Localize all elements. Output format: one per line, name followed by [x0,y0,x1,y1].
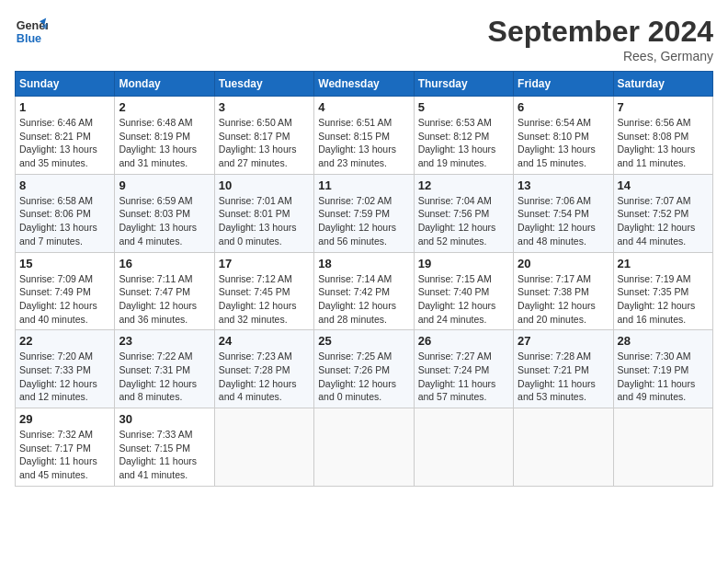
calendar-week-row: 15 Sunrise: 7:09 AM Sunset: 7:49 PM Dayl… [16,252,713,330]
table-row [414,408,513,487]
col-thursday: Thursday [414,72,513,97]
table-row: 27 Sunrise: 7:28 AM Sunset: 7:21 PM Dayl… [514,330,613,408]
table-row: 13 Sunrise: 7:06 AM Sunset: 7:54 PM Dayl… [514,174,613,252]
table-row: 24 Sunrise: 7:23 AM Sunset: 7:28 PM Dayl… [214,330,313,408]
table-row: 3 Sunrise: 6:50 AM Sunset: 8:17 PM Dayli… [214,97,313,175]
day-number: 1 [19,100,110,114]
table-row [214,408,313,487]
day-number: 28 [618,334,709,348]
table-row: 7 Sunrise: 6:56 AM Sunset: 8:08 PM Dayli… [613,97,712,175]
day-number: 15 [19,257,110,270]
day-number: 3 [219,100,310,114]
page-header: General Blue September 2024 Rees, German… [15,15,713,63]
table-row: 6 Sunrise: 6:54 AM Sunset: 8:10 PM Dayli… [514,97,613,175]
month-title: September 2024 [488,15,713,49]
col-wednesday: Wednesday [314,72,414,97]
table-row [613,408,712,487]
day-info: Sunrise: 7:07 AM Sunset: 7:52 PM Dayligh… [618,194,709,248]
day-number: 7 [618,100,709,114]
day-info: Sunrise: 6:54 AM Sunset: 8:10 PM Dayligh… [518,116,609,170]
day-info: Sunrise: 7:20 AM Sunset: 7:33 PM Dayligh… [19,350,110,404]
day-number: 26 [418,334,509,348]
day-info: Sunrise: 6:51 AM Sunset: 8:15 PM Dayligh… [318,116,409,170]
day-info: Sunrise: 6:59 AM Sunset: 8:03 PM Dayligh… [119,194,210,248]
table-row: 22 Sunrise: 7:20 AM Sunset: 7:33 PM Dayl… [16,330,115,408]
day-number: 18 [318,257,409,270]
day-number: 5 [418,100,509,114]
table-row: 1 Sunrise: 6:46 AM Sunset: 8:21 PM Dayli… [16,97,115,175]
calendar-week-row: 22 Sunrise: 7:20 AM Sunset: 7:33 PM Dayl… [16,330,713,408]
table-row: 14 Sunrise: 7:07 AM Sunset: 7:52 PM Dayl… [613,174,712,252]
col-friday: Friday [514,72,613,97]
day-info: Sunrise: 7:22 AM Sunset: 7:31 PM Dayligh… [119,350,210,404]
table-row: 17 Sunrise: 7:12 AM Sunset: 7:45 PM Dayl… [214,252,313,330]
day-number: 22 [19,334,110,348]
table-row [314,408,414,487]
col-tuesday: Tuesday [214,72,313,97]
table-row: 30 Sunrise: 7:33 AM Sunset: 7:15 PM Dayl… [115,408,214,487]
day-info: Sunrise: 7:14 AM Sunset: 7:42 PM Dayligh… [318,272,409,327]
day-info: Sunrise: 7:12 AM Sunset: 7:45 PM Dayligh… [219,272,310,327]
day-number: 9 [119,178,210,192]
day-number: 2 [119,100,210,114]
table-row: 20 Sunrise: 7:17 AM Sunset: 7:38 PM Dayl… [514,252,613,330]
day-info: Sunrise: 7:06 AM Sunset: 7:54 PM Dayligh… [518,194,609,248]
title-block: September 2024 Rees, Germany [488,15,713,63]
day-info: Sunrise: 6:46 AM Sunset: 8:21 PM Dayligh… [19,116,110,170]
table-row: 5 Sunrise: 6:53 AM Sunset: 8:12 PM Dayli… [414,97,513,175]
day-info: Sunrise: 7:33 AM Sunset: 7:15 PM Dayligh… [119,428,210,482]
day-number: 11 [318,178,409,192]
day-number: 12 [418,178,509,192]
day-info: Sunrise: 7:27 AM Sunset: 7:24 PM Dayligh… [418,350,509,404]
location: Rees, Germany [488,49,713,63]
day-number: 8 [19,178,110,192]
table-row: 16 Sunrise: 7:11 AM Sunset: 7:47 PM Dayl… [115,252,214,330]
day-info: Sunrise: 7:02 AM Sunset: 7:59 PM Dayligh… [318,194,409,248]
logo-icon: General Blue [15,15,48,48]
day-number: 24 [219,334,310,348]
calendar-table: Sunday Monday Tuesday Wednesday Thursday… [15,71,713,487]
table-row: 12 Sunrise: 7:04 AM Sunset: 7:56 PM Dayl… [414,174,513,252]
day-info: Sunrise: 7:32 AM Sunset: 7:17 PM Dayligh… [19,428,110,482]
calendar-week-row: 29 Sunrise: 7:32 AM Sunset: 7:17 PM Dayl… [16,408,713,487]
day-number: 23 [119,334,210,348]
day-info: Sunrise: 6:56 AM Sunset: 8:08 PM Dayligh… [618,116,709,170]
logo: General Blue [15,15,48,48]
table-row: 11 Sunrise: 7:02 AM Sunset: 7:59 PM Dayl… [314,174,414,252]
day-info: Sunrise: 6:53 AM Sunset: 8:12 PM Dayligh… [418,116,509,170]
col-sunday: Sunday [16,72,115,97]
table-row: 9 Sunrise: 6:59 AM Sunset: 8:03 PM Dayli… [115,174,214,252]
table-row: 28 Sunrise: 7:30 AM Sunset: 7:19 PM Dayl… [613,330,712,408]
day-info: Sunrise: 6:50 AM Sunset: 8:17 PM Dayligh… [219,116,310,170]
day-number: 14 [618,178,709,192]
day-info: Sunrise: 7:19 AM Sunset: 7:35 PM Dayligh… [618,272,709,327]
calendar-header-row: Sunday Monday Tuesday Wednesday Thursday… [16,72,713,97]
table-row: 29 Sunrise: 7:32 AM Sunset: 7:17 PM Dayl… [16,408,115,487]
day-number: 13 [518,178,609,192]
day-info: Sunrise: 7:01 AM Sunset: 8:01 PM Dayligh… [219,194,310,248]
table-row: 18 Sunrise: 7:14 AM Sunset: 7:42 PM Dayl… [314,252,414,330]
day-info: Sunrise: 7:17 AM Sunset: 7:38 PM Dayligh… [518,272,609,327]
day-number: 29 [19,412,110,426]
day-number: 20 [518,257,609,270]
day-number: 6 [518,100,609,114]
col-saturday: Saturday [613,72,712,97]
col-monday: Monday [115,72,214,97]
table-row: 25 Sunrise: 7:25 AM Sunset: 7:26 PM Dayl… [314,330,414,408]
day-number: 19 [418,257,509,270]
day-number: 30 [119,412,210,426]
table-row: 26 Sunrise: 7:27 AM Sunset: 7:24 PM Dayl… [414,330,513,408]
table-row: 19 Sunrise: 7:15 AM Sunset: 7:40 PM Dayl… [414,252,513,330]
day-info: Sunrise: 7:09 AM Sunset: 7:49 PM Dayligh… [19,272,110,327]
table-row: 23 Sunrise: 7:22 AM Sunset: 7:31 PM Dayl… [115,330,214,408]
table-row: 21 Sunrise: 7:19 AM Sunset: 7:35 PM Dayl… [613,252,712,330]
table-row [514,408,613,487]
day-number: 10 [219,178,310,192]
table-row: 10 Sunrise: 7:01 AM Sunset: 8:01 PM Dayl… [214,174,313,252]
day-info: Sunrise: 7:15 AM Sunset: 7:40 PM Dayligh… [418,272,509,327]
table-row: 8 Sunrise: 6:58 AM Sunset: 8:06 PM Dayli… [16,174,115,252]
day-info: Sunrise: 7:04 AM Sunset: 7:56 PM Dayligh… [418,194,509,248]
svg-text:Blue: Blue [17,32,41,45]
table-row: 2 Sunrise: 6:48 AM Sunset: 8:19 PM Dayli… [115,97,214,175]
day-info: Sunrise: 7:23 AM Sunset: 7:28 PM Dayligh… [219,350,310,404]
